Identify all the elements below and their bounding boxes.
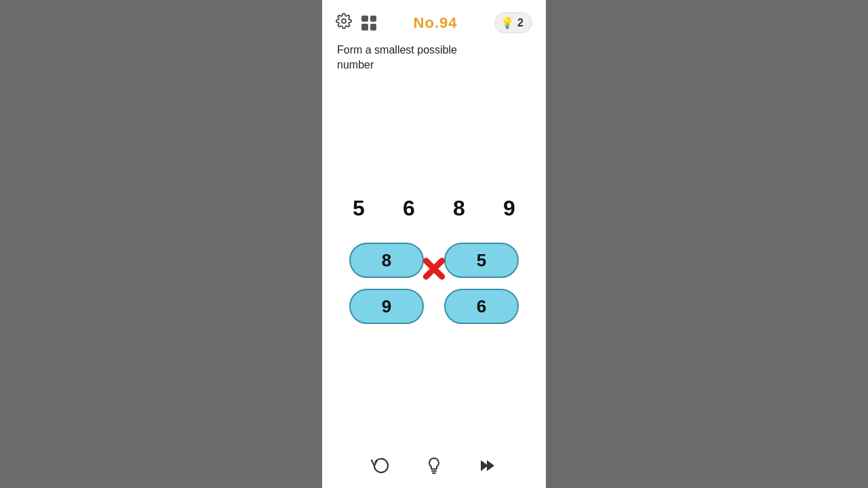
menu-icon[interactable]	[361, 16, 376, 30]
hint-badge[interactable]: 💡 2	[494, 12, 532, 33]
hint-count: 2	[517, 17, 524, 29]
slot-bottom-left[interactable]: 9	[349, 289, 424, 324]
digit-9: 9	[497, 196, 521, 221]
slot-top-right[interactable]: 5	[444, 243, 519, 278]
digit-5: 5	[347, 196, 371, 221]
reset-button[interactable]	[371, 455, 391, 476]
hint-bulb-icon: 💡	[500, 16, 514, 29]
skip-button[interactable]	[477, 455, 497, 476]
digits-row: 5 6 8 9	[347, 196, 521, 221]
hint-button[interactable]	[424, 455, 444, 476]
instruction-text: Form a smallest possible number	[322, 39, 546, 73]
game-panel: No.94 💡 2 Form a smallest possible numbe…	[322, 0, 546, 488]
game-area: 5 6 8 9 8 5 9 6	[322, 73, 546, 488]
slot-top-left[interactable]: 8	[349, 243, 424, 278]
bottom-controls	[322, 455, 546, 476]
svg-marker-4	[487, 460, 494, 471]
settings-icon[interactable]	[336, 13, 352, 33]
top-left-icons	[336, 13, 376, 33]
level-title: No.94	[414, 14, 458, 32]
answer-grid: 8 5 9 6	[349, 243, 519, 324]
top-bar: No.94 💡 2	[322, 0, 546, 39]
digit-8: 8	[447, 196, 471, 221]
digit-6: 6	[397, 196, 421, 221]
svg-point-0	[342, 19, 346, 23]
slot-bottom-right[interactable]: 6	[444, 289, 519, 324]
